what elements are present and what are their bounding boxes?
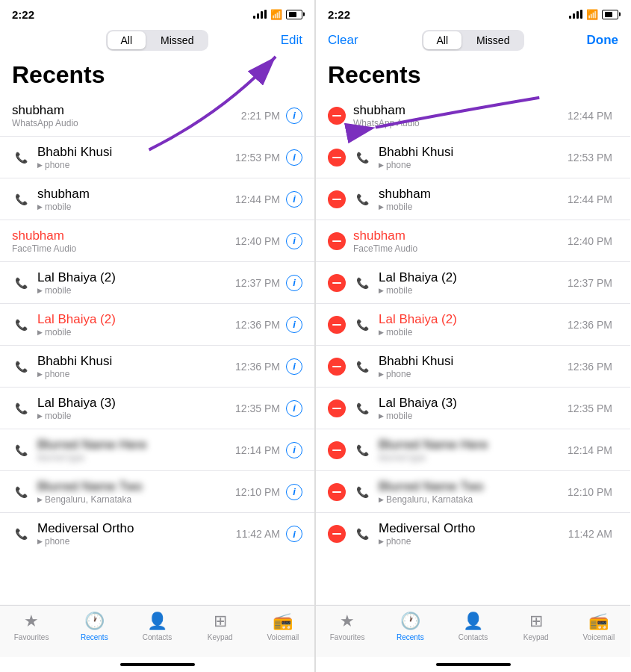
phone-icon-glyph-3-left: 📞 (15, 193, 28, 205)
nav-contacts-left[interactable]: 👤 Contacts (125, 612, 188, 641)
call-type-6-right: ▶ mobile (379, 327, 568, 337)
call-time-8-right: 12:35 PM (568, 402, 612, 414)
call-type-1-left: WhatsApp Audio (12, 118, 241, 128)
delete-btn-5-right[interactable] (328, 274, 346, 292)
call-name-3-right: shubham (379, 187, 568, 202)
call-time-1-right: 12:44 PM (568, 110, 612, 122)
phone-icon-glyph-10-right: 📞 (356, 486, 369, 498)
call-type-3-left: ▶ mobile (37, 202, 235, 212)
info-btn-3-left[interactable]: i (286, 191, 302, 208)
call-info-7-right: Bhabhi Khusi ▶ phone (379, 354, 568, 379)
info-btn-2-left[interactable]: i (286, 149, 302, 166)
call-info-5-left: Lal Bhaiya (2) ▶ mobile (37, 270, 235, 296)
missed-tab-left[interactable]: Missed (147, 31, 207, 49)
nav-recents-right[interactable]: 🕐 Recents (379, 612, 441, 641)
call-item-7-left: 📞 Bhabhi Khusi ▶ phone 12:36 PM i (0, 346, 314, 388)
delete-btn-7-right[interactable] (328, 358, 346, 376)
nav-label-keypad-left: Keypad (208, 633, 233, 641)
call-name-2-right: Bhabhi Khusi (379, 145, 568, 160)
call-name-5-left: Lal Bhaiya (2) (37, 270, 235, 285)
delete-btn-11-right[interactable] (328, 525, 346, 543)
call-name-7-left: Bhabhi Khusi (37, 354, 235, 369)
info-btn-11-left[interactable]: i (286, 526, 302, 542)
phone-icon-6-right: 📞 (353, 319, 371, 331)
delete-btn-1-right[interactable] (328, 107, 346, 125)
home-indicator-right (316, 657, 630, 672)
nav-favourites-right[interactable]: ★ Favourites (316, 612, 379, 641)
nav-keypad-right[interactable]: ⊞ Keypad (505, 612, 568, 641)
nav-voicemail-left[interactable]: 📻 Voicemail (252, 612, 314, 641)
call-info-11-left: Mediversal Ortho ▶ phone (37, 521, 236, 547)
recents-title-left: Recents (0, 58, 314, 95)
delete-btn-10-right[interactable] (328, 483, 346, 501)
nav-contacts-right[interactable]: 👤 Contacts (441, 612, 504, 641)
delete-btn-9-right[interactable] (328, 441, 346, 459)
all-tab-left[interactable]: All (108, 31, 146, 49)
call-time-6-left: 12:36 PM (235, 319, 280, 331)
info-btn-6-left[interactable]: i (286, 317, 302, 333)
call-item-7-right: 📞 Bhabhi Khusi ▶ phone 12:36 PM (316, 346, 630, 388)
all-tab-right[interactable]: All (423, 31, 462, 49)
phone-icon-glyph-2-left: 📞 (15, 152, 28, 164)
call-name-8-left: Lal Bhaiya (3) (37, 396, 235, 411)
phone-icon-glyph-3-right: 📞 (356, 193, 369, 205)
call-item-5-left: 📞 Lal Bhaiya (2) ▶ mobile 12:37 PM i (0, 262, 314, 304)
nav-recents-left[interactable]: 🕐 Recents (63, 612, 125, 641)
call-item-9-right: 📞 Blurred Name Here blurred type 12:14 P… (316, 429, 630, 471)
call-info-3-left: shubham ▶ mobile (37, 187, 235, 212)
delete-btn-2-right[interactable] (328, 149, 346, 167)
info-btn-5-left[interactable]: i (286, 275, 302, 291)
info-btn-1-left[interactable]: i (286, 108, 302, 124)
call-time-11-left: 11:42 AM (236, 528, 280, 540)
call-info-1-left: shubham WhatsApp Audio (12, 103, 241, 128)
call-name-11-right: Mediversal Ortho (379, 521, 568, 536)
info-btn-8-left[interactable]: i (286, 400, 302, 417)
call-name-2-left: Bhabhi Khusi (37, 145, 235, 160)
call-info-6-right: Lal Bhaiya (2) ▶ mobile (379, 312, 568, 337)
phone-icon-2-left: 📞 (12, 152, 30, 164)
call-name-4-right: shubham (353, 228, 568, 243)
nav-keypad-left[interactable]: ⊞ Keypad (189, 612, 252, 641)
wifi-icon-right: 📶 (586, 9, 598, 20)
call-type-7-right: ▶ phone (379, 369, 568, 379)
done-button-right[interactable]: Done (587, 33, 619, 48)
info-btn-9-left[interactable]: i (286, 442, 302, 458)
call-time-5-left: 12:37 PM (235, 277, 280, 289)
call-item-3-right: 📞 shubham ▶ mobile 12:44 PM (316, 178, 630, 220)
edit-button-left[interactable]: Edit (281, 33, 302, 48)
call-item-8-left: 📞 Lal Bhaiya (3) ▶ mobile 12:35 PM i (0, 388, 314, 429)
call-name-11-left: Mediversal Ortho (37, 521, 236, 536)
call-type-7-left: ▶ phone (37, 369, 235, 379)
call-info-2-left: Bhabhi Khusi ▶ phone (37, 145, 235, 170)
delete-btn-8-right[interactable] (328, 399, 346, 417)
missed-tab-right[interactable]: Missed (463, 31, 523, 49)
info-btn-10-left[interactable]: i (286, 484, 302, 500)
call-name-6-left: Lal Bhaiya (2) (37, 312, 235, 327)
status-icons-left: 📶 (253, 9, 302, 20)
call-item-5-right: 📞 Lal Bhaiya (2) ▶ mobile 12:37 PM (316, 262, 630, 304)
clear-button-right[interactable]: Clear (328, 33, 358, 48)
call-type-6-left: ▶ mobile (37, 327, 235, 337)
call-type-9-right: blurred type (379, 452, 568, 463)
nav-label-keypad-right: Keypad (523, 633, 549, 641)
delete-btn-6-right[interactable] (328, 316, 346, 334)
call-info-4-right: shubham FaceTime Audio (353, 228, 568, 254)
nav-favourites-left[interactable]: ★ Favourites (0, 612, 63, 641)
call-time-11-right: 11:42 AM (568, 528, 612, 540)
nav-label-recents-left: Recents (81, 633, 108, 641)
phone-icon-glyph-11-right: 📞 (356, 528, 369, 540)
call-type-1-right: WhatsApp Audio (353, 118, 568, 128)
info-btn-7-left[interactable]: i (286, 358, 302, 375)
delete-btn-3-right[interactable] (328, 190, 346, 208)
phone-icon-glyph-6-right: 📞 (356, 319, 369, 331)
delete-btn-4-right[interactable] (328, 232, 346, 250)
battery-icon-right (602, 10, 618, 19)
phone-icon-11-right: 📞 (353, 528, 371, 540)
nav-label-contacts-left: Contacts (143, 633, 172, 641)
status-time-right: 2:22 (328, 8, 350, 21)
call-time-4-right: 12:40 PM (568, 235, 612, 247)
voicemail-icon-left: 📻 (273, 612, 293, 631)
phone-icon-8-left: 📞 (12, 402, 30, 414)
nav-voicemail-right[interactable]: 📻 Voicemail (568, 612, 630, 641)
info-btn-4-left[interactable]: i (286, 233, 302, 249)
